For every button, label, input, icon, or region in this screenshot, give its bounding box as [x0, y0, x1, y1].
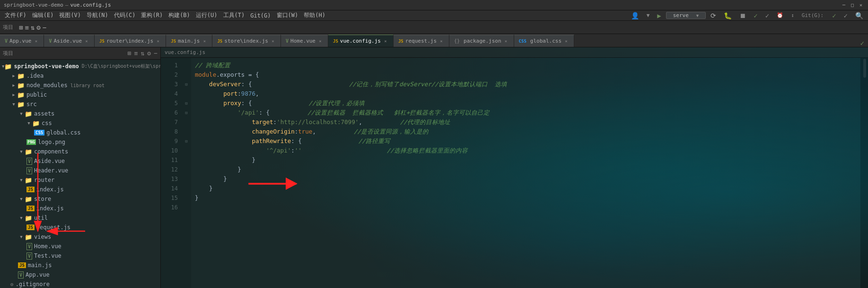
- tab-close-icon[interactable]: ×: [155, 38, 161, 44]
- menu-file[interactable]: 文件(F): [2, 10, 29, 20]
- tab-close-icon[interactable]: ×: [438, 38, 444, 44]
- tree-item-label: router: [34, 177, 54, 183]
- serve-button[interactable]: serve ▼: [666, 12, 706, 19]
- tab-package-json[interactable]: {} package.json ×: [449, 35, 514, 47]
- tree-css-folder[interactable]: ▼ 📁 css: [0, 118, 160, 128]
- tree-idea[interactable]: ▶ 📁 .idea: [0, 71, 160, 81]
- sidebar-layout-icon[interactable]: ⊞: [128, 50, 132, 57]
- sidebar-list-icon[interactable]: ≡: [134, 50, 138, 57]
- tree-gitignore[interactable]: ⊙ .gitignore: [0, 279, 160, 288]
- tab-close-icon[interactable]: ×: [202, 38, 207, 44]
- tab-label: global.css: [530, 38, 561, 44]
- code-line-5: proxy: { //设置代理，必须填: [195, 99, 860, 108]
- tree-store-index[interactable]: JS index.js: [0, 204, 160, 213]
- expand-arrow: ▼: [10, 102, 17, 107]
- tab-global-css[interactable]: CSS global.css ×: [514, 35, 575, 47]
- maximize-button[interactable]: □: [849, 2, 856, 9]
- expand-arrow: ▼: [18, 178, 25, 182]
- menu-code[interactable]: 代码(C): [111, 10, 139, 20]
- tab-main-js[interactable]: JS main.js ×: [166, 35, 212, 47]
- tree-router-index[interactable]: JS index.js: [0, 185, 160, 194]
- sort-icon[interactable]: ⇅: [31, 24, 35, 31]
- layout-icon[interactable]: ⊞: [19, 24, 23, 31]
- tree-aside-vue[interactable]: V Aside.vue: [0, 156, 160, 166]
- breadcrumb-bar: vue.config.js: [161, 47, 868, 58]
- tree-header-vue[interactable]: V Header.vue: [0, 166, 160, 175]
- tree-root[interactable]: ▼ 📁 springboot-vue-demo D:\C盘\springboot…: [0, 62, 160, 71]
- tab-request-js[interactable]: JS request.js ×: [394, 35, 449, 47]
- minimap-scrollbar[interactable]: [860, 58, 868, 288]
- tree-global-css[interactable]: CSS global.css: [0, 128, 160, 137]
- folder-icon: 📁: [17, 72, 25, 80]
- tab-close-icon[interactable]: ×: [317, 38, 323, 44]
- menu-refactor[interactable]: 重构(R): [138, 10, 166, 20]
- tab-close-icon[interactable]: ×: [383, 38, 388, 44]
- tree-node-modules[interactable]: ▶ 📁 node_modules library root: [0, 81, 160, 90]
- tab-close-icon[interactable]: ×: [563, 38, 569, 44]
- menu-tools[interactable]: 工具(T): [220, 10, 248, 20]
- tab-home-vue[interactable]: V Home.vue ×: [281, 35, 328, 47]
- code-editor[interactable]: // 跨域配置 module.exports = { devServer: { …: [191, 58, 860, 288]
- search-icon[interactable]: 🔍: [852, 12, 866, 19]
- tree-views[interactable]: ▼ 📁 views: [0, 232, 160, 242]
- line-numbers: 1 2 3 4 5 6 7 8 9 10 11 12 13 14 15 16: [161, 58, 182, 288]
- sidebar-settings-icon[interactable]: ⚙: [147, 50, 151, 57]
- tree-test-vue[interactable]: V Test.vue: [0, 251, 160, 261]
- js-file-icon: JS: [26, 187, 35, 192]
- menu-view[interactable]: 视图(V): [56, 10, 84, 20]
- menu-help[interactable]: 帮助(H): [301, 10, 328, 20]
- folder-icon: 📁: [25, 177, 32, 184]
- checkmark-green: ✓: [751, 12, 760, 19]
- tab-app-vue[interactable]: V App.vue ×: [0, 35, 44, 47]
- menu-git[interactable]: Git(G): [247, 10, 273, 20]
- tab-close-icon[interactable]: ×: [270, 38, 276, 44]
- tab-close-icon[interactable]: ×: [33, 38, 39, 44]
- menu-window[interactable]: 窗口(W): [274, 10, 301, 20]
- menu-run[interactable]: 运行(U): [193, 10, 220, 20]
- stop-icon[interactable]: ⏹: [736, 12, 749, 19]
- folder-icon: 📁: [25, 196, 32, 203]
- tree-request-js[interactable]: JS request.js: [0, 223, 160, 232]
- vue-icon: V: [5, 38, 8, 44]
- tree-logo-png[interactable]: PNG logo.png: [0, 137, 160, 147]
- settings-icon[interactable]: ⚙: [36, 24, 40, 31]
- menu-navigate[interactable]: 导航(N): [84, 10, 111, 20]
- collapse-icon[interactable]: −: [43, 24, 46, 31]
- tree-components[interactable]: ▼ 📁 components: [0, 147, 160, 156]
- tab-store-index[interactable]: JS store\index.js ×: [212, 35, 281, 47]
- tree-assets[interactable]: ▼ 📁 assets: [0, 109, 160, 118]
- run-icon[interactable]: ▶: [654, 12, 664, 19]
- tree-item-label: logo.png: [38, 139, 65, 145]
- minimize-button[interactable]: ─: [841, 2, 847, 9]
- debug-icon[interactable]: 🐛: [721, 12, 735, 19]
- menu-edit[interactable]: 编辑(E): [29, 10, 57, 20]
- sidebar-collapse-icon[interactable]: −: [154, 50, 158, 57]
- tree-home-vue[interactable]: V Home.vue: [0, 242, 160, 251]
- tab-close-icon[interactable]: ×: [84, 38, 89, 44]
- reload-icon[interactable]: ⟳: [708, 12, 719, 19]
- tree-router[interactable]: ▼ 📁 router: [0, 175, 160, 185]
- avatar-icon[interactable]: 👤: [628, 12, 642, 19]
- editor-content[interactable]: 1 2 3 4 5 6 7 8 9 10 11 12 13 14 15 16: [161, 58, 868, 288]
- tab-router-index[interactable]: JS router\index.js ×: [95, 35, 166, 47]
- tree-src[interactable]: ▼ 📁 src: [0, 99, 160, 109]
- tree-public[interactable]: ▶ 📁 public: [0, 90, 160, 99]
- tree-item-label: request.js: [36, 224, 70, 231]
- tab-aside-vue[interactable]: V Aside.vue ×: [44, 35, 95, 47]
- tab-label: main.js: [178, 38, 200, 44]
- tree-store[interactable]: ▼ 📁 store: [0, 194, 160, 204]
- expand-arrow: ▶: [10, 83, 17, 88]
- tab-close-icon[interactable]: ×: [503, 38, 509, 44]
- tab-vue-config-js[interactable]: JS vue.config.js ×: [328, 35, 394, 47]
- tree-util[interactable]: ▼ 📁 util: [0, 213, 160, 223]
- menu-build[interactable]: 构建(B): [166, 10, 193, 20]
- close-button[interactable]: ✕: [858, 2, 864, 9]
- tree-main-js[interactable]: JS main.js: [0, 261, 160, 270]
- tree-item-label: .gitignore: [16, 281, 50, 288]
- tree-app-vue[interactable]: V App.vue: [0, 270, 160, 279]
- tree-item-label: css: [42, 120, 52, 126]
- list-icon[interactable]: ≡: [25, 24, 28, 31]
- editor-area: vue.config.js 1 2 3 4 5 6 7 8 9 10 11 12…: [161, 47, 868, 288]
- sidebar-sort-icon[interactable]: ⇅: [141, 50, 145, 57]
- code-line-6: '/api': { //设置拦截器 拦截器格式 斜杠+拦截器名字，名字可以自己定: [195, 108, 860, 117]
